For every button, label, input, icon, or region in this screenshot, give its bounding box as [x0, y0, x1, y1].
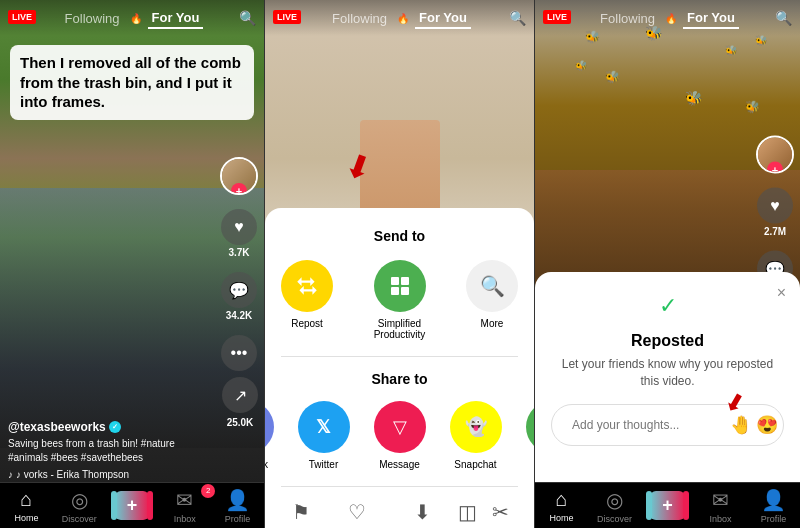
share-count-1: 25.0K	[227, 417, 254, 428]
dots-icon: •••	[221, 335, 257, 371]
music-text: ♪ vorks - Erika Thompson	[16, 469, 129, 480]
panel-3: 🐝 🐝 🐝 🐝 🐝 🐝 🐝 🐝 LIVE Following 🔥 For You…	[535, 0, 800, 528]
duet-item[interactable]: ◫ Duet	[457, 500, 478, 528]
nav-discover-3[interactable]: ◎ Discover	[588, 488, 641, 524]
download-icon: ⬇	[414, 500, 431, 524]
creator-avatar-3[interactable]: +	[756, 136, 794, 174]
send-to-title: Send to	[281, 228, 518, 244]
flame-icon-3: 🔥	[665, 13, 677, 24]
save-video-item[interactable]: ⬇ Save video	[398, 500, 447, 528]
search-icon-3[interactable]: 🔍	[775, 10, 792, 26]
plus-icon: +	[127, 495, 138, 516]
discover-label-3: Discover	[597, 514, 632, 524]
bottom-info-1: @texasbeeworks ✓ Saving bees from a tras…	[8, 420, 214, 480]
description-text: Saving bees from a trash bin! #nature #a…	[8, 437, 214, 465]
right-actions-1: + ♥ 3.7K 💬 34.2K •••	[220, 157, 258, 371]
panel-1: LIVE Following 🔥 For You 🔍 Then I remove…	[0, 0, 265, 528]
repost-modal: × ✓ Reposted Let your friends know why y…	[535, 272, 800, 482]
inbox-icon-3: ✉	[712, 488, 729, 512]
share-button-1[interactable]: ↗	[222, 377, 258, 413]
nav-discover[interactable]: ◎ Discover	[53, 488, 106, 524]
close-button[interactable]: ×	[777, 284, 786, 302]
music-note-icon: ♪	[8, 469, 13, 480]
repost-label: Repost	[291, 318, 323, 329]
following-tab-1[interactable]: Following	[61, 9, 124, 28]
follow-button[interactable]: +	[231, 183, 247, 195]
message-icon: ▽	[374, 401, 426, 453]
heart-icon: ♥	[221, 209, 257, 245]
right-actions-3: + ♥ 2.7M 💬	[756, 136, 794, 287]
thoughts-bar: 🤚 😍	[551, 404, 784, 446]
discover-label: Discover	[62, 514, 97, 524]
check-area: ✓	[551, 288, 784, 324]
discover-icon: ◎	[71, 488, 88, 512]
report-item[interactable]: ⚑ Report	[286, 500, 316, 528]
for-you-tab-2[interactable]: For You	[415, 8, 471, 29]
inbox-label-3: Inbox	[709, 514, 731, 524]
search-icon-1[interactable]: 🔍	[239, 10, 256, 26]
following-tab-3[interactable]: Following	[596, 9, 659, 28]
twitter-label: Twitter	[309, 459, 338, 470]
more-item[interactable]: 🔍 More	[466, 260, 518, 340]
inbox-icon: ✉	[176, 488, 193, 512]
repost-icon	[281, 260, 333, 312]
music-info: ♪ ♪ vorks - Erika Thompson	[8, 469, 214, 480]
nav-home[interactable]: ⌂ Home	[0, 488, 53, 523]
simplified-item[interactable]: Simplified Productivity	[357, 260, 442, 340]
twitter-item[interactable]: 𝕏 Twitter	[298, 401, 350, 470]
snapchat-item[interactable]: 👻 Snapchat	[450, 401, 502, 470]
discover-icon-3: ◎	[606, 488, 623, 512]
repost-title: Reposted	[551, 332, 784, 350]
like-button-3[interactable]: ♥ 2.7M	[757, 188, 793, 237]
bottom-actions: ⚑ Report ♡ Not interested ⬇ Save video ◫…	[281, 500, 518, 528]
heart-icon-3: ♥	[757, 188, 793, 224]
duet-icon: ◫	[458, 500, 477, 524]
nav-home-3[interactable]: ⌂ Home	[535, 488, 588, 523]
copylink-item[interactable]: 🔗 Copy link	[265, 401, 274, 470]
nav-inbox[interactable]: ✉ 2 Inbox	[158, 488, 211, 524]
more-button-1[interactable]: •••	[221, 335, 257, 371]
repost-item[interactable]: Repost	[281, 260, 333, 340]
flame-icon-2: 🔥	[397, 13, 409, 24]
nav-add[interactable]: +	[106, 491, 159, 520]
message-item[interactable]: ▽ Message	[374, 401, 426, 470]
add-button[interactable]: +	[115, 491, 150, 520]
for-you-tab-3[interactable]: For You	[683, 8, 739, 29]
creator-avatar[interactable]: +	[220, 157, 258, 195]
caption-box: Then I removed all of the comb from the …	[10, 45, 254, 120]
like-count-3: 2.7M	[764, 226, 786, 237]
like-button[interactable]: ♥ 3.7K	[221, 209, 257, 258]
nav-inbox-3[interactable]: ✉ Inbox	[694, 488, 747, 524]
nav-profile-3[interactable]: 👤 Profile	[747, 488, 800, 524]
profile-icon-3: 👤	[761, 488, 786, 512]
stitch-item[interactable]: ✂ Stitch	[488, 500, 513, 528]
live-badge-2: LIVE	[273, 10, 301, 24]
follow-button-3[interactable]: +	[767, 162, 783, 174]
not-interested-item[interactable]: ♡ Not interested	[326, 500, 388, 528]
heart-slash-icon: ♡	[348, 500, 366, 524]
svg-rect-2	[391, 287, 399, 295]
profile-label-3: Profile	[761, 514, 787, 524]
plus-icon-3: +	[662, 495, 673, 516]
flame-icon-1: 🔥	[130, 13, 142, 24]
bottom-nav-1: ⌂ Home ◎ Discover + ✉ 2 Inbox 👤 Profile	[0, 482, 264, 528]
svg-rect-0	[391, 277, 399, 285]
svg-rect-3	[401, 287, 409, 295]
nav-add-3[interactable]: +	[641, 491, 694, 520]
comment-button[interactable]: 💬 34.2K	[221, 272, 257, 321]
divider-2	[281, 486, 518, 487]
snapchat-label: Snapchat	[454, 459, 496, 470]
nav-profile[interactable]: 👤 Profile	[211, 488, 264, 524]
panel-2: LIVE Following 🔥 For You 🔍 ⬇ Send to	[265, 0, 535, 528]
for-you-tab-1[interactable]: For You	[148, 8, 204, 29]
thoughts-input[interactable]	[572, 418, 722, 432]
inbox-label: Inbox	[174, 514, 196, 524]
sms-item[interactable]: SMS SMS	[526, 401, 536, 470]
search-icon-2[interactable]: 🔍	[509, 10, 526, 26]
message-label: Message	[379, 459, 420, 470]
add-button-3[interactable]: +	[650, 491, 685, 520]
check-circle: ✓	[650, 288, 686, 324]
following-tab-2[interactable]: Following	[328, 9, 391, 28]
love-emoji[interactable]: 😍	[756, 414, 778, 436]
copylink-label: Copy link	[265, 459, 268, 470]
